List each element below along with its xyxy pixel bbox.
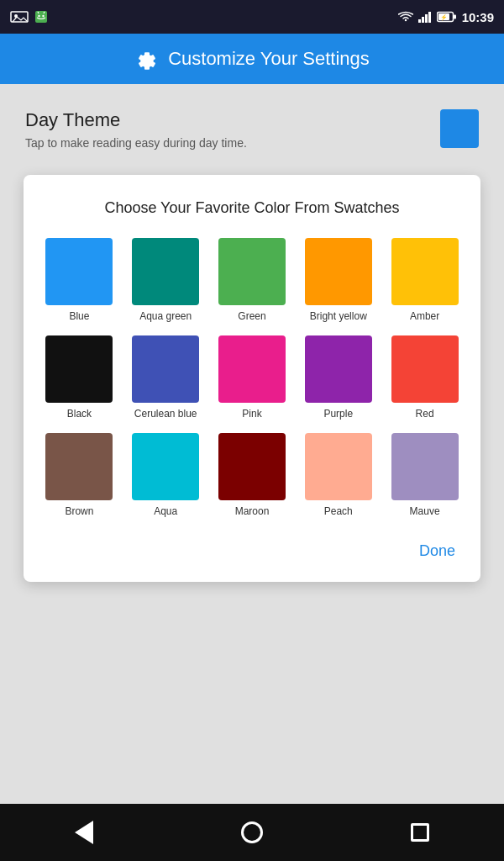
- swatch-box-brown[interactable]: [45, 433, 113, 500]
- svg-rect-10: [428, 12, 431, 23]
- app-bar: Customize Your Settings: [0, 34, 504, 84]
- swatch-item[interactable]: Brown: [40, 433, 118, 517]
- swatch-label: Black: [67, 408, 92, 420]
- back-button[interactable]: [63, 811, 105, 853]
- svg-point-3: [38, 15, 39, 17]
- swatch-item[interactable]: Bright yellow: [299, 238, 377, 322]
- signal-icon: [418, 11, 432, 23]
- swatch-item[interactable]: Blue: [40, 238, 118, 322]
- image-icon: [10, 11, 29, 23]
- day-theme-description: Tap to make reading easy during day time…: [25, 136, 247, 150]
- day-theme-toggle[interactable]: [440, 109, 479, 148]
- swatch-item[interactable]: Peach: [299, 433, 377, 517]
- status-bar: ⚡ 10:39: [0, 0, 504, 34]
- swatch-item[interactable]: Black: [40, 335, 118, 420]
- android-icon: [35, 11, 47, 23]
- swatch-label: Cerulean blue: [134, 408, 197, 420]
- swatch-box-aqua[interactable]: [132, 433, 199, 500]
- swatch-label: Brown: [65, 505, 93, 517]
- dialog-title: Choose Your Favorite Color From Swatches: [40, 198, 464, 218]
- swatch-box-red[interactable]: [391, 335, 459, 403]
- swatch-box-mauve[interactable]: [391, 433, 459, 500]
- swatch-item[interactable]: Aqua: [127, 433, 205, 517]
- swatch-box-peach[interactable]: [305, 433, 372, 500]
- done-row: Done: [40, 537, 464, 565]
- swatch-box-cerulean-blue[interactable]: [132, 335, 199, 403]
- swatch-item[interactable]: Maroon: [213, 433, 291, 517]
- back-icon: [75, 821, 93, 844]
- swatch-label: Blue: [69, 310, 89, 322]
- swatch-box-black[interactable]: [45, 335, 113, 403]
- swatch-label: Aqua green: [139, 310, 192, 322]
- clock: 10:39: [462, 10, 494, 24]
- battery-icon: ⚡: [437, 11, 457, 23]
- swatch-label: Aqua: [154, 505, 177, 517]
- swatch-label: Mauve: [410, 505, 440, 517]
- swatch-item[interactable]: Green: [213, 238, 291, 322]
- svg-rect-9: [425, 14, 428, 23]
- swatch-item[interactable]: Aqua green: [127, 238, 205, 322]
- recent-icon: [411, 823, 429, 842]
- swatch-label: Peach: [324, 505, 353, 517]
- day-theme-section: Day Theme Tap to make reading easy durin…: [17, 109, 487, 175]
- gear-icon: [134, 47, 158, 71]
- bottom-nav: [0, 804, 504, 861]
- status-bar-left: [10, 11, 47, 23]
- swatch-label: Pink: [242, 408, 261, 420]
- day-theme-title: Day Theme: [25, 109, 247, 131]
- wifi-icon: [398, 11, 413, 23]
- svg-rect-8: [422, 17, 424, 23]
- svg-rect-2: [35, 11, 47, 23]
- swatch-label: Green: [238, 310, 265, 322]
- app-bar-title: Customize Your Settings: [168, 48, 370, 70]
- swatch-label: Maroon: [235, 505, 270, 517]
- swatch-box-pink[interactable]: [218, 335, 286, 403]
- swatch-label: Bright yellow: [310, 310, 367, 322]
- swatch-box-aqua-green[interactable]: [132, 238, 199, 305]
- swatch-box-bright-yellow[interactable]: [305, 238, 372, 305]
- swatches-grid: BlueAqua greenGreenBright yellowAmberBla…: [40, 238, 464, 517]
- svg-point-4: [42, 15, 44, 17]
- swatch-label: Red: [416, 408, 434, 420]
- svg-rect-7: [418, 19, 421, 23]
- color-picker-dialog: Choose Your Favorite Color From Swatches…: [24, 175, 480, 582]
- swatch-item[interactable]: Purple: [299, 335, 377, 420]
- day-theme-text: Day Theme Tap to make reading easy durin…: [25, 109, 247, 150]
- swatch-box-blue[interactable]: [45, 238, 113, 305]
- svg-text:⚡: ⚡: [440, 13, 448, 21]
- main-content: Day Theme Tap to make reading easy durin…: [0, 84, 504, 607]
- recent-button[interactable]: [399, 811, 441, 853]
- svg-rect-12: [454, 15, 456, 19]
- swatch-box-amber[interactable]: [391, 238, 459, 305]
- swatch-item[interactable]: Amber: [386, 238, 464, 322]
- swatch-box-purple[interactable]: [305, 335, 372, 403]
- swatch-box-maroon[interactable]: [218, 433, 286, 500]
- swatch-item[interactable]: Red: [386, 335, 464, 420]
- swatch-item[interactable]: Mauve: [386, 433, 464, 517]
- swatch-item[interactable]: Cerulean blue: [127, 335, 205, 420]
- swatch-item[interactable]: Pink: [213, 335, 291, 420]
- home-icon: [241, 821, 263, 843]
- swatch-label: Purple: [323, 408, 353, 420]
- swatch-box-green[interactable]: [218, 238, 286, 305]
- status-bar-right: ⚡ 10:39: [398, 10, 494, 24]
- swatch-label: Amber: [410, 310, 439, 322]
- home-button[interactable]: [231, 811, 273, 853]
- done-button[interactable]: Done: [411, 537, 464, 565]
